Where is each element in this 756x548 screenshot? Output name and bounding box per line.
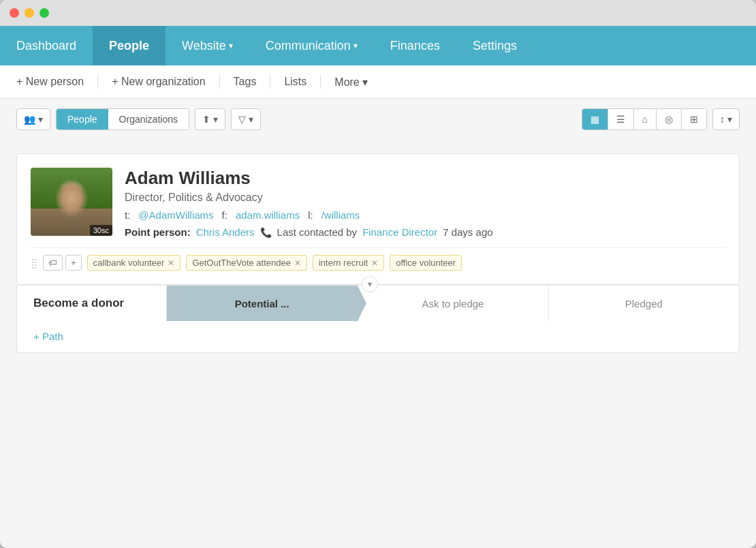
people-type-button[interactable]: 👥 ▾	[16, 108, 50, 130]
nav-communication[interactable]: Communication ▾	[249, 26, 374, 65]
tag-intern: intern recruit ✕	[313, 255, 384, 271]
tag-gotv-remove[interactable]: ✕	[294, 258, 301, 268]
toggle-people[interactable]: People	[57, 109, 108, 130]
chevron-down-icon: ▾	[38, 114, 43, 125]
sort-icon: ⬆	[202, 114, 210, 125]
linkedin-label: l:	[308, 209, 313, 221]
path-step-pledged[interactable]: Pledged	[549, 286, 739, 321]
action-bar: + New person + New organization Tags Lis…	[0, 65, 756, 99]
twitter-link[interactable]: @AdamWilliams	[138, 209, 213, 221]
add-tag-button[interactable]: +	[65, 255, 82, 271]
person-contact-info: Point person: Chris Anders 📞 Last contac…	[125, 226, 725, 238]
path-title: Become a donor	[17, 286, 167, 321]
collapse-icon: ▾	[368, 279, 372, 289]
filter-bar: 👥 ▾ People Organizations ⬆ ▾ ▽ ▾ ▦ ☰	[0, 99, 756, 140]
tag-label-button[interactable]: 🏷	[43, 255, 63, 271]
nav-dashboard[interactable]: Dashboard	[0, 26, 93, 65]
lists-link[interactable]: Lists	[284, 76, 306, 88]
main-content: 30sc Adam Williams Director, Politics & …	[0, 140, 756, 367]
nav-settings[interactable]: Settings	[456, 26, 533, 65]
view-home[interactable]: ⌂	[634, 109, 657, 130]
app-window: Dashboard People Website ▾ Communication…	[0, 0, 756, 548]
website-chevron-icon: ▾	[229, 41, 233, 50]
last-contacted-label: Last contacted by	[277, 226, 358, 238]
separator-3	[270, 75, 270, 89]
tag-icon: 🏷	[48, 258, 57, 268]
add-path-wrap: + Path	[17, 321, 739, 352]
add-tag-icon: +	[71, 258, 76, 268]
filter-chevron-icon: ▾	[249, 114, 253, 125]
maximize-button[interactable]	[40, 8, 49, 18]
person-name: Adam Williams	[125, 168, 725, 189]
tag-gotv: GetOutTheVote attendee ✕	[186, 255, 307, 271]
phone-icon: 📞	[260, 227, 272, 238]
sort-direction-chevron-icon: ▾	[727, 114, 732, 125]
point-person-link[interactable]: Chris Anders	[196, 226, 255, 238]
close-button[interactable]	[10, 8, 19, 18]
separator-2	[219, 75, 220, 89]
view-map[interactable]: ◎	[657, 109, 682, 130]
path-step-ask-label: Ask to pledge	[422, 298, 484, 309]
facebook-link[interactable]: adam.williams	[236, 209, 300, 221]
tag-actions: 🏷 +	[43, 255, 82, 271]
add-path-link[interactable]: + Path	[33, 331, 63, 342]
avatar-badge: 30sc	[90, 225, 112, 236]
more-chevron-icon: ▾	[362, 76, 368, 88]
path-step-potential-label: Potential ...	[235, 298, 289, 309]
separator-4	[320, 75, 321, 89]
person-card: 30sc Adam Williams Director, Politics & …	[16, 153, 740, 285]
nav-finances[interactable]: Finances	[374, 26, 456, 65]
more-link[interactable]: More ▾	[334, 76, 368, 89]
drag-icon: ⣿	[31, 258, 37, 269]
new-organization-link[interactable]: + New organization	[112, 76, 205, 88]
nav-people[interactable]: People	[93, 26, 166, 65]
tag-callbank: callbank volunteer ✕	[87, 255, 181, 271]
view-mode-group: ▦ ☰ ⌂ ◎ ⊞	[582, 108, 707, 130]
minimize-button[interactable]	[25, 8, 34, 18]
nav-website[interactable]: Website ▾	[166, 26, 249, 65]
list-view-icon: ☰	[616, 114, 625, 125]
path-step-ask-to-pledge[interactable]: Ask to pledge	[358, 286, 548, 321]
point-person-label: Point person:	[125, 226, 191, 238]
person-header: 30sc Adam Williams Director, Politics & …	[31, 168, 725, 238]
communication-chevron-icon: ▾	[353, 41, 358, 50]
linkedin-link[interactable]: /williams	[321, 209, 360, 221]
filter-button[interactable]: ▽ ▾	[231, 108, 261, 130]
separator-1	[97, 75, 98, 89]
sort-direction-icon: ↕	[720, 114, 725, 125]
top-nav: Dashboard People Website ▾ Communication…	[0, 26, 756, 65]
tag-gotv-label: GetOutTheVote attendee	[192, 258, 291, 268]
avatar-wrap: 30sc	[31, 168, 112, 236]
grid-view-icon: ⊞	[690, 114, 698, 125]
new-person-link[interactable]: + New person	[16, 76, 84, 88]
sort-direction-button[interactable]: ↕ ▾	[712, 108, 740, 130]
path-section: ▾ Become a donor Potential ... Ask to pl…	[16, 285, 740, 353]
view-list[interactable]: ☰	[608, 109, 634, 130]
person-job-title: Director, Politics & Advocacy	[125, 192, 725, 204]
facebook-label: f:	[222, 209, 227, 221]
person-social-links: t: @AdamWilliams f: adam.williams l: /wi…	[125, 209, 725, 221]
filter-icon: ▽	[238, 114, 246, 125]
path-steps-wrap: ▾ Become a donor Potential ... Ask to pl…	[17, 285, 739, 321]
tag-callbank-remove[interactable]: ✕	[168, 258, 174, 268]
sort-button[interactable]: ⬆ ▾	[195, 108, 225, 130]
home-view-icon: ⌂	[642, 114, 648, 125]
view-card[interactable]: ▦	[582, 109, 608, 130]
tag-callbank-label: callbank volunteer	[93, 258, 165, 268]
tag-intern-remove[interactable]: ✕	[371, 258, 378, 268]
path-step-pledged-label: Pledged	[625, 298, 663, 309]
map-view-icon: ◎	[665, 114, 673, 125]
sort-chevron-icon: ▾	[213, 114, 218, 125]
toggle-organizations[interactable]: Organizations	[108, 109, 189, 130]
path-steps: Potential ... Ask to pledge Pledged	[167, 286, 739, 321]
tags-link[interactable]: Tags	[234, 76, 257, 88]
path-step-potential[interactable]: Potential ...	[167, 286, 358, 321]
titlebar	[0, 0, 756, 26]
people-type-icon: 👥	[24, 114, 35, 125]
view-grid[interactable]: ⊞	[682, 109, 706, 130]
last-contacted-by-link[interactable]: Finance Director	[362, 226, 437, 238]
card-divider-row: ⣿ 🏷 + callbank volunteer ✕ GetOutTheVote…	[31, 247, 725, 271]
card-view-icon: ▦	[590, 114, 599, 125]
twitter-label: t:	[125, 209, 130, 221]
path-collapse-button[interactable]: ▾	[362, 276, 378, 292]
